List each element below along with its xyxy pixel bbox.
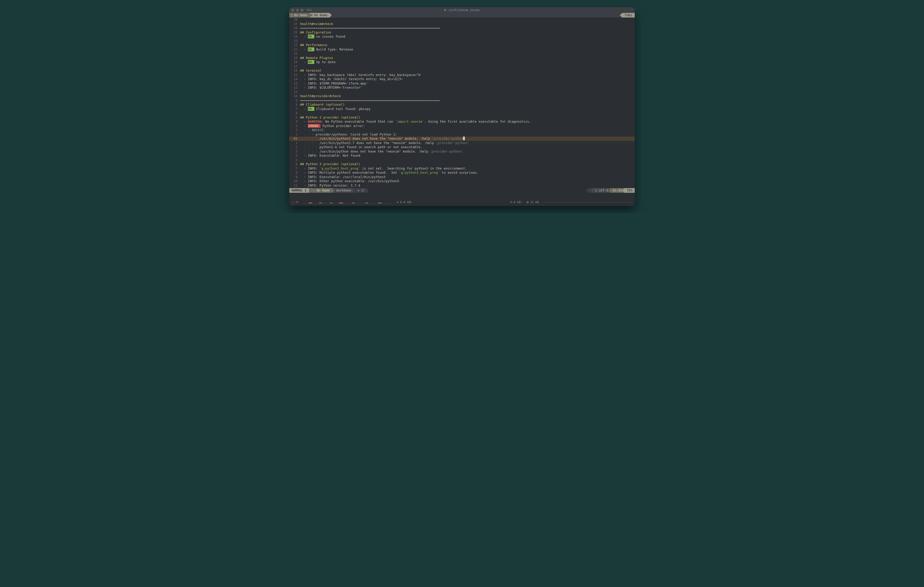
window-title: 𝘒 ~/L/P/iterum (nvim) bbox=[444, 8, 480, 12]
line-content: - INFO: `g:python3_host_prog` is not set… bbox=[300, 166, 635, 171]
editor-line[interactable]: 23 bbox=[289, 39, 635, 43]
editor-line[interactable]: 20 bbox=[289, 51, 635, 56]
line-content bbox=[300, 111, 635, 115]
window-path: ~/L/P/iterum (nvim) bbox=[447, 8, 480, 12]
editor-line[interactable]: 10 - INFO: Other python executable: /usr… bbox=[289, 179, 635, 184]
editor-line[interactable]: 11 bbox=[289, 90, 635, 94]
system-status-bar: ▢ 3% ⇵ 0.0 kB↓ 0.0 kB↑ ▤ 21 GB bbox=[289, 200, 635, 206]
line-content: - INFO: $COLORTERM='truecolor' bbox=[300, 86, 635, 90]
editor-line[interactable]: 25## Configuration bbox=[289, 30, 635, 35]
line-content bbox=[300, 18, 635, 22]
line-number: 26 bbox=[289, 26, 300, 30]
minimize-icon[interactable] bbox=[296, 9, 299, 12]
disk-indicator: ▤ 21 GB bbox=[527, 201, 539, 204]
editor-line[interactable]: 4 - INFO: Executable: Not found bbox=[289, 154, 635, 158]
editor-line[interactable]: 19## Remote Plugins bbox=[289, 56, 635, 60]
traffic-lights bbox=[291, 9, 304, 12]
editor-line[interactable]: 8## Clipboard (optional) bbox=[289, 102, 635, 107]
editor-viewport[interactable]: 2827health#nvim#check26=================… bbox=[289, 18, 635, 188]
line-content: - INFO: key_dc (kdch1) terminfo entry: k… bbox=[300, 77, 635, 81]
editor-line[interactable]: 13 - INFO: $TERM_PROGRAM='iTerm.app' bbox=[289, 81, 635, 86]
line-number: 2 bbox=[289, 128, 300, 132]
line-content: ========================================… bbox=[300, 99, 635, 103]
line-content: - OK: Up to date bbox=[300, 60, 635, 64]
line-number: 21 bbox=[289, 48, 300, 52]
line-content: - INFO: Other python executable: /usr/bi… bbox=[300, 179, 635, 184]
editor-line[interactable]: 14 - INFO: key_dc (kdch1) terminfo entry… bbox=[289, 77, 635, 81]
filename-segment: - No Name bbox=[309, 188, 332, 193]
editor-line[interactable]: 28 bbox=[289, 18, 635, 22]
line-number: 15 bbox=[289, 73, 300, 77]
line-number: 6 bbox=[289, 162, 300, 166]
editor-line[interactable]: 2 ¦ - ADVICE: bbox=[289, 128, 635, 132]
line-number: 23 bbox=[289, 39, 300, 43]
tab[interactable]: 1No Name bbox=[289, 13, 309, 18]
line-content: - OK: no issues found bbox=[300, 35, 635, 39]
editor-line[interactable]: 8 - INFO: Multiple python3 executables f… bbox=[289, 171, 635, 175]
net-sparkline bbox=[543, 202, 632, 202]
line-number: 17 bbox=[289, 64, 300, 69]
app-icon: 𝘒 bbox=[444, 8, 446, 12]
line-content: ========================================… bbox=[300, 26, 635, 30]
editor-line[interactable]: 9=======================================… bbox=[289, 99, 635, 103]
line-number: 1 bbox=[289, 132, 300, 137]
editor-line[interactable]: 3 - ERROR: Python provider error: bbox=[289, 124, 635, 128]
editor-line[interactable]: 24 - OK: no issues found bbox=[289, 35, 635, 39]
line-number: 25 bbox=[289, 30, 300, 35]
editor-line[interactable]: 6## Python 3 provider (optional) bbox=[289, 162, 635, 166]
line-number: 11 bbox=[289, 184, 300, 188]
battery-indicator: ▢ 3% bbox=[292, 201, 299, 204]
editor-line[interactable]: 1 ¦ ¦ ¦ ¦ /usr/bin/python2.7 does not ha… bbox=[289, 141, 635, 145]
percent-segment: 71% bbox=[624, 188, 635, 193]
net-down-indicator: ⇵ 0.0 kB↓ bbox=[397, 201, 412, 204]
editor-line[interactable]: 10health#provider#check bbox=[289, 94, 635, 99]
editor-line[interactable]: 6 bbox=[289, 111, 635, 115]
line-number: 18 bbox=[289, 60, 300, 64]
line-content: ## Performance bbox=[300, 43, 635, 48]
line-content: ## Python 2 provider (optional) bbox=[300, 115, 635, 120]
line-content: ¦ ¦ ¦ ¦ /usr/bin/python2 does not have t… bbox=[300, 136, 635, 141]
editor-line[interactable]: 3 ¦ ¦ ¦ ¦ /usr/bin/python does not have … bbox=[289, 150, 635, 154]
editor-line[interactable]: 22## Performance bbox=[289, 43, 635, 48]
line-number: 2 bbox=[289, 145, 300, 150]
line-number: 4 bbox=[289, 154, 300, 158]
editor-line[interactable]: 61 ¦ ¦ ¦ ¦ /usr/bin/python2 does not hav… bbox=[289, 136, 635, 141]
close-icon[interactable] bbox=[291, 9, 294, 12]
editor-line[interactable]: 16## terminal bbox=[289, 69, 635, 73]
editor-line[interactable]: 21 - OK: Build type: Release bbox=[289, 48, 635, 52]
line-content bbox=[300, 39, 635, 43]
editor-line[interactable]: 7 - OK: Clipboard tool found: pbcopy bbox=[289, 107, 635, 111]
editor-line[interactable]: 2 ¦ ¦ ¦ ¦ python2.6 not found in search … bbox=[289, 145, 635, 150]
editor-line[interactable]: 1 ¦ ¦ - provider/pythonx: Could not load… bbox=[289, 132, 635, 137]
line-number: 28 bbox=[289, 18, 300, 22]
editor-line[interactable]: 5 bbox=[289, 158, 635, 162]
editor-line[interactable]: 5## Python 2 provider (optional) bbox=[289, 115, 635, 120]
editor-line[interactable]: 18 - OK: Up to date bbox=[289, 60, 635, 64]
line-number: 9 bbox=[289, 99, 300, 103]
editor-line[interactable]: 11 - INFO: Python version: 3.7.4 bbox=[289, 184, 635, 188]
line-content: health#provider#check bbox=[300, 94, 635, 99]
line-content: - OK: Clipboard tool found: pbcopy bbox=[300, 107, 635, 111]
editor-line[interactable]: 27health#nvim#check bbox=[289, 22, 635, 26]
line-content: health#nvim#check bbox=[300, 22, 635, 26]
line-number: 3 bbox=[289, 150, 300, 154]
cmdline-area[interactable] bbox=[289, 193, 635, 200]
editor-line[interactable]: 26======================================… bbox=[289, 26, 635, 30]
line-number: 9 bbox=[289, 175, 300, 179]
editor-line[interactable]: 15 - INFO: key_backspace (kbs) terminfo … bbox=[289, 73, 635, 77]
line-content: ## Configuration bbox=[300, 30, 635, 35]
filetype-segment: markdown bbox=[332, 188, 353, 193]
zoom-icon[interactable] bbox=[300, 9, 304, 12]
line-number: 4 bbox=[289, 120, 300, 124]
line-number: 10 bbox=[289, 94, 300, 99]
line-content: - INFO: Python version: 3.7.4 bbox=[300, 184, 635, 188]
editor-line[interactable]: 4 - WARNING: No Python executable found … bbox=[289, 120, 635, 124]
tab[interactable]: 2No Name bbox=[309, 13, 330, 18]
line-number: 22 bbox=[289, 43, 300, 48]
editor-line[interactable]: 12 - INFO: $COLORTERM='truecolor' bbox=[289, 86, 635, 90]
editor-line[interactable]: 17 bbox=[289, 64, 635, 69]
editor-line[interactable]: 7 - INFO: `g:python3_host_prog` is not s… bbox=[289, 166, 635, 171]
line-number: 12 bbox=[289, 86, 300, 90]
editor-line[interactable]: 9 - INFO: Executable: /usr/local/bin/pyt… bbox=[289, 175, 635, 179]
line-content: - OK: Build type: Release bbox=[300, 48, 635, 52]
